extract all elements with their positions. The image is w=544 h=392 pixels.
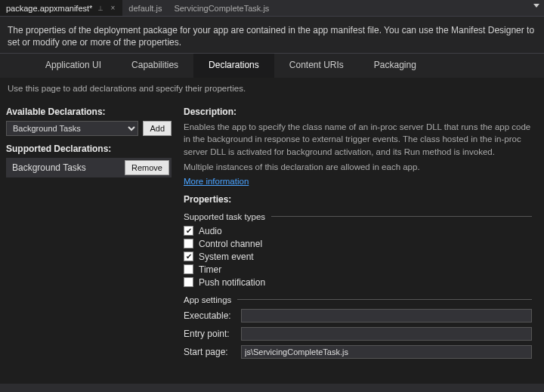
description-text-2: Multiple instances of this declaration a… bbox=[184, 161, 532, 173]
check-label: Audio bbox=[199, 226, 222, 236]
declarations-left-pane: Available Declarations: Background Tasks… bbox=[0, 100, 178, 384]
start-page-input[interactable] bbox=[241, 345, 532, 359]
remove-button[interactable]: Remove bbox=[125, 160, 169, 175]
divider bbox=[237, 299, 532, 300]
check-system-event-row[interactable]: ✔ System event bbox=[184, 252, 532, 262]
pin-icon[interactable]: ⟂ bbox=[97, 4, 104, 12]
page-hint: Use this page to add declarations and sp… bbox=[0, 78, 544, 100]
add-button[interactable]: Add bbox=[143, 121, 172, 136]
checkbox-icon[interactable]: ✔ bbox=[184, 252, 193, 261]
manifest-intro-text: The properties of the deployment package… bbox=[0, 17, 544, 54]
check-label: Control channel bbox=[199, 239, 262, 249]
supported-task-types-label: Supported task types bbox=[184, 212, 265, 221]
check-audio-row[interactable]: ✔ Audio bbox=[184, 226, 532, 236]
start-page-label: Start page: bbox=[184, 347, 235, 357]
entry-point-label: Entry point: bbox=[184, 329, 235, 339]
supported-declaration-item[interactable]: Background Tasks Remove bbox=[6, 158, 172, 177]
doc-tab-label: package.appxmanifest* bbox=[6, 4, 92, 13]
checkbox-icon[interactable]: ✔ bbox=[184, 226, 193, 236]
close-icon[interactable]: × bbox=[109, 4, 116, 12]
declarations-right-pane: Description: Enables the app to specify … bbox=[178, 100, 544, 384]
declarations-body: Available Declarations: Background Tasks… bbox=[0, 100, 544, 384]
start-page-row: Start page: bbox=[184, 345, 532, 359]
check-label: System event bbox=[199, 252, 254, 262]
document-tab-bar: package.appxmanifest* ⟂ × default.js Ser… bbox=[0, 0, 544, 17]
supported-declarations-label: Supported Declarations: bbox=[6, 144, 172, 154]
checkbox-icon[interactable] bbox=[184, 277, 193, 287]
check-push-notification-row[interactable]: Push notification bbox=[184, 277, 532, 288]
doc-tab-label: ServicingCompleteTask.js bbox=[174, 4, 269, 13]
checkbox-icon[interactable] bbox=[184, 264, 193, 274]
divider bbox=[271, 216, 532, 217]
executable-label: Executable: bbox=[184, 310, 235, 321]
executable-input[interactable] bbox=[241, 309, 532, 323]
check-control-channel-row[interactable]: Control channel bbox=[184, 239, 532, 249]
supported-task-types-header: Supported task types bbox=[184, 212, 532, 221]
supported-declaration-name: Background Tasks bbox=[12, 162, 86, 173]
available-declarations-combo[interactable]: Background Tasks bbox=[6, 121, 138, 136]
more-information-link[interactable]: More information bbox=[184, 177, 249, 186]
available-declarations-label: Available Declarations: bbox=[6, 106, 172, 117]
check-label: Push notification bbox=[199, 277, 265, 288]
description-label: Description: bbox=[184, 106, 532, 117]
tab-declarations[interactable]: Declarations bbox=[193, 54, 274, 78]
checkbox-icon[interactable] bbox=[184, 239, 193, 248]
entry-point-row: Entry point: bbox=[184, 327, 532, 341]
properties-label: Properties: bbox=[184, 194, 532, 205]
tab-packaging[interactable]: Packaging bbox=[359, 54, 431, 78]
doc-tab-manifest[interactable]: package.appxmanifest* ⟂ × bbox=[0, 0, 122, 16]
doc-tab-label: default.js bbox=[128, 4, 162, 13]
doc-tab-servicing[interactable]: ServicingCompleteTask.js bbox=[168, 0, 275, 16]
check-timer-row[interactable]: Timer bbox=[184, 264, 532, 275]
entry-point-input[interactable] bbox=[241, 327, 532, 341]
app-settings-header: App settings bbox=[184, 295, 532, 304]
tab-capabilities[interactable]: Capabilities bbox=[116, 54, 193, 78]
tab-content-uris[interactable]: Content URIs bbox=[274, 54, 359, 78]
check-label: Timer bbox=[199, 264, 221, 275]
description-text-1: Enables the app to specify the class nam… bbox=[184, 121, 532, 157]
app-settings-label: App settings bbox=[184, 295, 231, 304]
tab-application-ui[interactable]: Application UI bbox=[30, 54, 116, 78]
executable-row: Executable: bbox=[184, 309, 532, 323]
designer-tab-row: Application UI Capabilities Declarations… bbox=[0, 54, 544, 78]
tab-overflow-icon[interactable] bbox=[533, 4, 539, 8]
doc-tab-defaultjs[interactable]: default.js bbox=[122, 0, 168, 16]
